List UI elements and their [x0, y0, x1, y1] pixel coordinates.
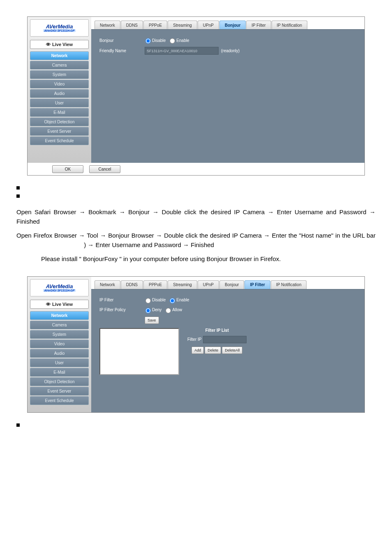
filter-ip-input[interactable]	[203, 336, 247, 343]
settings-panel: IP Filter Disable Enable IP Filter Polic…	[91, 289, 364, 412]
main-panel: Network DDNS PPPoE Streaming UPnP Bonjou…	[91, 277, 364, 412]
disable-label: Disable	[152, 298, 166, 302]
sidebar-item-video[interactable]: Video	[30, 80, 89, 88]
logo-brand: AVerMedia	[46, 24, 73, 29]
disable-label: Disable	[152, 38, 166, 43]
bullet-icon	[16, 186, 20, 190]
instruction-bonjourfoxy: Please install " BonjourFoxy " in your c…	[16, 254, 376, 264]
policy-deny-radio[interactable]	[145, 308, 151, 313]
tab-ipnotification[interactable]: IP Notification	[271, 280, 307, 289]
delete-button[interactable]: Delete	[205, 347, 221, 354]
filter-ip-label: Filter IP	[187, 337, 201, 342]
sidebar-item-user[interactable]: User	[30, 99, 89, 107]
sidebar-item-video[interactable]: Video	[30, 340, 89, 348]
sidebar: AVerMedia AVerDiGi SF1311H-GP 👁 Live Vie…	[28, 17, 91, 163]
bonjour-enable-radio[interactable]	[170, 38, 175, 44]
tab-streaming[interactable]: Streaming	[168, 280, 197, 289]
bottom-bar: OK Cancel	[28, 163, 364, 175]
main-panel: Network DDNS PPPoE Streaming UPnP Bonjou…	[91, 17, 364, 163]
tab-pppoe[interactable]: PPPoE	[143, 280, 167, 289]
deny-label: Deny	[152, 308, 161, 312]
sidebar-item-camera[interactable]: Camera	[30, 321, 89, 329]
sidebar-item-object-detection[interactable]: Object Detection	[30, 118, 89, 126]
sidebar-item-event-server[interactable]: Event Server	[30, 127, 89, 136]
friendly-name-input	[145, 47, 219, 55]
tab-bar: Network DDNS PPPoE Streaming UPnP Bonjou…	[91, 17, 364, 29]
enable-label: Enable	[176, 298, 189, 302]
save-button[interactable]: Save	[145, 317, 159, 324]
tab-ddns[interactable]: DDNS	[121, 280, 143, 289]
cancel-button[interactable]: Cancel	[89, 165, 120, 173]
tab-network[interactable]: Network	[95, 280, 120, 289]
sidebar-item-event-schedule[interactable]: Event Schedule	[30, 136, 89, 145]
allow-label: Allow	[172, 308, 182, 312]
deleteall-button[interactable]: DeleteAll	[222, 347, 242, 354]
eye-icon: 👁	[46, 302, 51, 307]
sidebar-item-audio[interactable]: Audio	[30, 349, 89, 358]
logo-brand: AVerMedia	[46, 284, 73, 289]
tab-ddns[interactable]: DDNS	[121, 21, 143, 29]
tab-network[interactable]: Network	[95, 21, 120, 29]
sidebar-item-audio[interactable]: Audio	[30, 89, 89, 98]
logo: AVerMedia AVerDiGi SF1311H-GP	[30, 279, 89, 296]
bonjour-disable-radio[interactable]	[145, 38, 151, 44]
filter-list-header: Filter IP List	[205, 328, 229, 333]
sidebar-item-event-schedule[interactable]: Event Schedule	[30, 396, 89, 405]
tab-bonjour[interactable]: Bonjour	[219, 21, 246, 29]
settings-panel: Bonjour Disable Enable Friendly Name (re…	[91, 29, 364, 163]
filter-ip-listbox[interactable]	[99, 328, 179, 375]
live-view-button[interactable]: 👁 Live View	[30, 300, 89, 309]
enable-label: Enable	[176, 38, 189, 43]
sidebar-item-system[interactable]: System	[30, 330, 89, 339]
ok-button[interactable]: OK	[52, 165, 83, 173]
tab-upnp[interactable]: UPnP	[198, 21, 219, 29]
bullet-icon	[16, 423, 20, 427]
instruction-firefox: Open Firefox Browser → Tool → Bonjour Br…	[16, 231, 376, 250]
friendly-name-label: Friendly Name	[99, 49, 145, 53]
filter-controls: Filter IP List Filter IP Add Delete Dele…	[187, 328, 247, 375]
ipfilter-enable-radio[interactable]	[170, 298, 175, 303]
sidebar-item-email[interactable]: E-Mail	[30, 108, 89, 117]
bonjour-label: Bonjour	[99, 38, 145, 43]
body-text: Open Safari Browser → Bookmark → Bonjour…	[16, 208, 376, 264]
sidebar-item-network[interactable]: Network	[30, 51, 89, 60]
logo-model: AVerDiGi SF1311H-GP	[43, 29, 76, 32]
sidebar-item-email[interactable]: E-Mail	[30, 368, 89, 377]
tab-ipnotification[interactable]: IP Notification	[272, 21, 308, 29]
sidebar: AVerMedia AVerDiGi SF1311H-GP 👁 Live Vie…	[28, 277, 91, 412]
tab-pppoe[interactable]: PPPoE	[143, 21, 167, 29]
instruction-safari: Open Safari Browser → Bookmark → Bonjour…	[16, 208, 376, 226]
live-view-label: Live View	[52, 302, 73, 307]
sidebar-item-system[interactable]: System	[30, 70, 89, 79]
logo-model: AVerDiGi SF1311H-GP	[43, 289, 76, 292]
readonly-note: (readonly)	[221, 49, 240, 53]
eye-icon: 👁	[46, 42, 51, 47]
logo: AVerMedia AVerDiGi SF1311H-GP	[30, 19, 89, 37]
tab-upnp[interactable]: UPnP	[198, 280, 219, 289]
tab-streaming[interactable]: Streaming	[168, 21, 197, 29]
policy-label: IP Filter Policy	[99, 308, 145, 312]
sidebar-item-user[interactable]: User	[30, 358, 89, 367]
sidebar-item-object-detection[interactable]: Object Detection	[30, 377, 89, 386]
ipfilter-label: IP Filter	[99, 298, 145, 302]
add-button[interactable]: Add	[191, 347, 204, 354]
tab-ipfilter[interactable]: IP Filter	[244, 280, 270, 289]
sidebar-item-event-server[interactable]: Event Server	[30, 387, 89, 395]
sidebar-item-camera[interactable]: Camera	[30, 61, 89, 69]
ipfilter-disable-radio[interactable]	[145, 298, 151, 303]
sidebar-item-network[interactable]: Network	[30, 311, 89, 320]
tab-ipfilter[interactable]: IP Filter	[246, 21, 271, 29]
tab-bar: Network DDNS PPPoE Streaming UPnP Bonjou…	[91, 277, 364, 289]
bullet-icon	[16, 194, 20, 198]
tab-bonjour[interactable]: Bonjour	[219, 280, 244, 289]
ipfilter-settings-screenshot: AVerMedia AVerDiGi SF1311H-GP 👁 Live Vie…	[27, 276, 365, 413]
policy-allow-radio[interactable]	[166, 308, 171, 313]
live-view-button[interactable]: 👁 Live View	[30, 40, 89, 49]
live-view-label: Live View	[52, 42, 73, 47]
bonjour-settings-screenshot: AVerMedia AVerDiGi SF1311H-GP 👁 Live Vie…	[27, 16, 365, 176]
